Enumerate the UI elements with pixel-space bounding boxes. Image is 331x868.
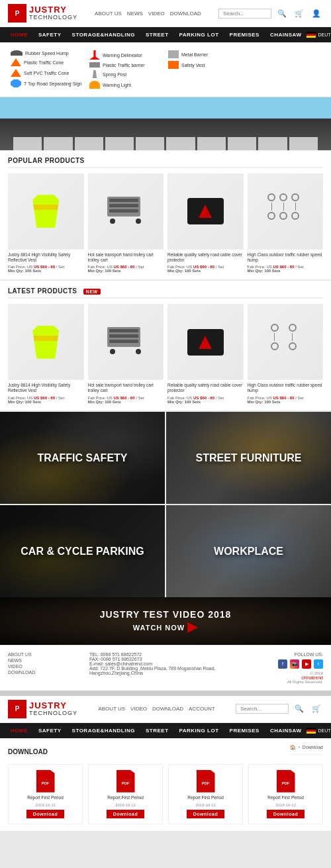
cat-traffic-safety[interactable]: TRAFFIC SAFETY — [0, 412, 165, 504]
cart-icon-2[interactable]: 🛒 — [310, 702, 323, 716]
about-link-2[interactable]: ABOUT US — [98, 706, 125, 712]
breadcrumb-download[interactable]: Download — [303, 745, 323, 749]
cart-icon[interactable]: 🛒 — [293, 7, 306, 20]
category-grid: TRAFFIC SAFETY STREET FURNITURE CAR & CY… — [0, 412, 331, 597]
nav-storage-2[interactable]: STORAGE&HANDLING — [67, 723, 140, 738]
nav-home[interactable]: HOME — [5, 27, 33, 42]
nav-safety[interactable]: SAFETY — [33, 27, 67, 42]
download-button-1[interactable]: Download — [26, 810, 64, 818]
nav-storage[interactable]: STORAGE&HANDLING — [67, 27, 140, 42]
instagram-icon[interactable]: 📷 — [290, 659, 299, 669]
news-link[interactable]: NEWS — [127, 11, 143, 17]
search-icon[interactable]: 🔍 — [275, 7, 289, 20]
user-icon[interactable]: 👤 — [310, 7, 323, 20]
download-link-2[interactable]: DOWNLOAD — [152, 706, 183, 712]
language-selector[interactable]: DEUTSCH — [307, 32, 331, 38]
cart-shelf — [109, 340, 138, 343]
video-link-2[interactable]: VIDEO — [130, 706, 147, 712]
cart-body — [107, 327, 140, 347]
facebook-icon[interactable]: f — [278, 659, 287, 669]
nav-premises[interactable]: PREMISES — [224, 27, 265, 42]
download-button-3[interactable]: Download — [187, 810, 224, 818]
footer-download[interactable]: DOWNLOAD — [8, 670, 84, 675]
bike-wheel — [289, 324, 297, 332]
dd-item-barrier[interactable]: Plastic Traffic barrier — [89, 61, 163, 69]
product-image-cart — [88, 304, 164, 380]
bike-unit — [285, 324, 300, 350]
nav-street[interactable]: STREET — [140, 27, 174, 42]
nav-parking[interactable]: PARKING LOT — [174, 27, 224, 42]
cat-workplace[interactable]: WORKPLACE — [166, 505, 331, 597]
dd-item-sign[interactable]: T Top Road Separating Sign — [11, 78, 84, 89]
nav-safety-2[interactable]: SAFETY — [33, 723, 67, 738]
product-card-cart-popular[interactable]: Hot sale transport hand trolley cart tro… — [88, 173, 164, 273]
dd-item-hump[interactable]: Rubber Speed Hump — [11, 49, 84, 57]
logo[interactable]: P JUSTRY TECHNOLOGY — [8, 4, 77, 23]
metal-icon — [168, 50, 179, 58]
product-card-vest-popular[interactable]: Justry 8814 High Visibility Safety Refle… — [8, 173, 84, 273]
dd-item-soft-cone[interactable]: Soft PVC Traffic Cone — [11, 68, 84, 78]
footer-about[interactable]: ABOUT US — [8, 652, 84, 657]
cable-shape — [187, 198, 224, 224]
pdf-icon-1 — [36, 770, 55, 793]
about-link[interactable]: ABOUT US — [95, 11, 122, 17]
nav-home-2[interactable]: HOME — [5, 723, 33, 738]
dd-item-metal[interactable]: Metal Barrier — [168, 49, 242, 60]
footer-tel: TEL: 0086 571 88622572 — [89, 652, 242, 657]
crosswalk-scene — [0, 97, 331, 150]
cat-label-parking: CAR & CYCLE PARKING — [15, 540, 149, 563]
dd-item-light[interactable]: Warning Light — [89, 79, 163, 90]
bike-unit-3 — [291, 193, 300, 220]
dl-date-4: 2018-10-12 — [275, 803, 296, 807]
nav-chainsaw-2[interactable]: CHAINSAW — [265, 723, 307, 738]
product-card-vest-latest[interactable]: Justry 8814 High Visibility Safety Refle… — [8, 304, 84, 403]
bike-frame — [283, 203, 284, 211]
video-banner[interactable]: JUSTRY TEST VIDEO 2018 WATCH NOW — [0, 597, 331, 645]
footer-news[interactable]: NEWS — [8, 658, 84, 663]
footer-video[interactable]: VIDEO — [8, 664, 84, 669]
logo-2[interactable]: P JUSTRY TECHNOLOGY — [8, 700, 77, 718]
price-unit: / Set — [56, 396, 64, 400]
youtube-icon[interactable]: ▶ — [302, 659, 311, 669]
bike-frame — [295, 203, 296, 211]
account-link-2[interactable]: ACCOUNT — [189, 706, 215, 712]
product-card-cable-popular[interactable]: Reliable quality safety road cable cover… — [167, 173, 244, 273]
dd-item-plastic-cone[interactable]: Plastic Traffic Cone — [11, 57, 84, 68]
download-link[interactable]: DOWNLOAD — [170, 11, 201, 17]
search-input-2[interactable] — [236, 704, 289, 714]
search-icon-2[interactable]: 🔍 — [293, 702, 306, 716]
top-bar: P JUSTRY TECHNOLOGY ABOUT US NEWS VIDEO … — [0, 0, 331, 27]
cart-wheel-right — [136, 218, 141, 224]
dd-item-delineator[interactable]: Warning Delineator — [89, 49, 163, 61]
product-card-cart-latest[interactable]: Hot sale transport hand trolley cart tro… — [88, 304, 164, 403]
product-card-cable-latest[interactable]: Reliable quality safety road cable cover… — [167, 304, 244, 403]
video-link[interactable]: VIDEO — [148, 11, 165, 17]
nav-parking-2[interactable]: PARKING LOT — [174, 723, 224, 738]
product-card-bike-latest[interactable]: High Class outdoor traffic rubber speed … — [248, 304, 324, 403]
dd-item-spring[interactable]: Spring Post — [89, 69, 163, 79]
bike-wheel — [267, 212, 275, 220]
dd-item-vest[interactable]: Safety Vest — [168, 60, 242, 70]
product-name: Reliable quality safety road cable cover… — [167, 383, 244, 394]
nav-premises-2[interactable]: PREMISES — [224, 723, 265, 738]
cat-street-furniture[interactable]: STREET FURNITURE — [166, 412, 331, 504]
download-button-2[interactable]: Download — [107, 810, 144, 818]
footer-contact-col: TEL: 0086 571 88622572 FAX: 0086 571 886… — [89, 652, 242, 684]
page-separator — [0, 691, 331, 696]
logo-text-2: JUSTRY TECHNOLOGY — [29, 701, 77, 717]
search-input[interactable] — [218, 9, 271, 19]
dd-col-4 — [244, 48, 323, 91]
language-selector-2[interactable]: DEUTSCH — [307, 728, 331, 734]
hump-icon — [11, 50, 23, 56]
bike-wheel — [267, 193, 275, 201]
download-button-4[interactable]: Download — [267, 810, 305, 818]
play-icon — [187, 622, 198, 633]
nav-chainsaw[interactable]: CHAINSAW — [265, 27, 307, 42]
price-unit: / Set — [136, 396, 144, 400]
cat-car-cycle-parking[interactable]: CAR & CYCLE PARKING — [0, 505, 165, 597]
nav-street-2[interactable]: STREET — [140, 723, 174, 738]
dl-card-1: Report First Period 2018-10-12 Download — [8, 764, 83, 824]
product-name: Justry 8814 High Visibility Safety Refle… — [8, 383, 84, 394]
twitter-icon[interactable]: t — [314, 659, 323, 669]
product-card-bike-popular[interactable]: High Class outdoor traffic rubber speed … — [248, 173, 324, 273]
